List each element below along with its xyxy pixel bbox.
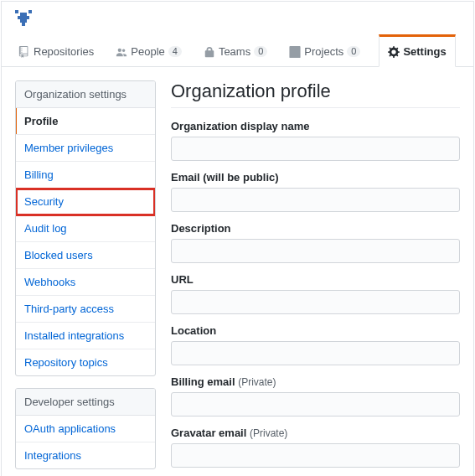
- tab-count: 0: [254, 46, 267, 57]
- label-location: Location: [171, 324, 460, 337]
- label-url: URL: [171, 273, 460, 286]
- input-url[interactable]: [171, 290, 460, 314]
- input-email[interactable]: [171, 188, 460, 212]
- tab-settings[interactable]: Settings: [379, 34, 455, 67]
- sidebar-item-installed-integrations[interactable]: Installed integrations: [16, 323, 155, 349]
- sidebar: Organization settings Profile Member pri…: [15, 80, 156, 476]
- label-display-name: Organization display name: [171, 120, 460, 132]
- sidebar-item-member-privileges[interactable]: Member privileges: [16, 135, 155, 162]
- svg-rect-3: [20, 13, 27, 16]
- tab-label: People: [131, 45, 164, 58]
- input-display-name[interactable]: [171, 137, 460, 161]
- tab-teams[interactable]: Teams 0: [200, 34, 271, 67]
- tab-label: Settings: [403, 45, 446, 58]
- gear-icon: [388, 46, 400, 58]
- tab-label: Projects: [304, 45, 343, 58]
- label-email: Email (will be public): [171, 171, 460, 184]
- svg-rect-5: [20, 19, 27, 23]
- repo-icon: [18, 46, 30, 58]
- sidebar-item-oauth[interactable]: OAuth applications: [16, 416, 155, 442]
- sidebar-item-webhooks[interactable]: Webhooks: [16, 269, 155, 296]
- main-content: Organization profile Organization displa…: [171, 80, 460, 476]
- label-description: Description: [171, 222, 460, 235]
- dev-settings-menu: Developer settings OAuth applications In…: [15, 388, 156, 469]
- org-tabs: Repositories People 4 Teams 0 Projects 0…: [2, 34, 473, 67]
- tab-label: Repositories: [34, 45, 94, 58]
- projects-icon: [289, 46, 301, 58]
- svg-rect-1: [15, 10, 18, 13]
- svg-rect-4: [18, 16, 29, 19]
- input-gravatar-email[interactable]: [171, 443, 460, 468]
- input-location[interactable]: [171, 341, 460, 365]
- sidebar-item-third-party[interactable]: Third-party access: [16, 296, 155, 323]
- page-title: Organization profile: [171, 80, 460, 108]
- org-avatar[interactable]: [15, 10, 32, 27]
- svg-rect-2: [28, 10, 32, 13]
- svg-rect-6: [22, 23, 25, 26]
- tab-people[interactable]: People 4: [112, 34, 185, 67]
- input-description[interactable]: [171, 239, 460, 263]
- tab-count: 0: [347, 46, 360, 57]
- sidebar-item-profile[interactable]: Profile: [16, 108, 155, 135]
- sidebar-item-integrations[interactable]: Integrations: [16, 442, 155, 468]
- tab-projects[interactable]: Projects 0: [286, 34, 364, 67]
- sidebar-item-repository-topics[interactable]: Repository topics: [16, 349, 155, 375]
- sidebar-item-security[interactable]: Security: [16, 189, 155, 215]
- menu-header: Developer settings: [16, 389, 155, 416]
- people-icon: [116, 46, 127, 58]
- sidebar-item-audit-log[interactable]: Audit log: [16, 215, 155, 242]
- org-settings-menu: Organization settings Profile Member pri…: [15, 80, 156, 376]
- tab-count: 4: [168, 46, 182, 57]
- sidebar-item-billing[interactable]: Billing: [16, 162, 155, 189]
- label-billing-email: Billing email (Private): [171, 375, 460, 388]
- teams-icon: [204, 46, 215, 58]
- menu-header: Organization settings: [16, 81, 155, 108]
- label-gravatar-email: Gravatar email (Private): [171, 427, 460, 439]
- sidebar-item-blocked-users[interactable]: Blocked users: [16, 242, 155, 269]
- tab-label: Teams: [219, 45, 250, 58]
- input-billing-email[interactable]: [171, 392, 460, 416]
- tab-repositories[interactable]: Repositories: [15, 34, 97, 67]
